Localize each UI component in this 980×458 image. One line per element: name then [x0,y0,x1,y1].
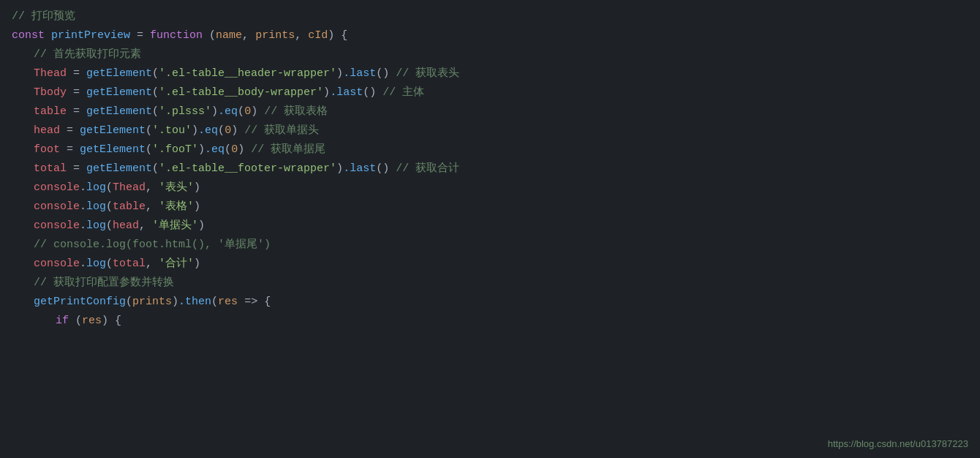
punct-p2: ( [152,84,159,102]
line-10: console.log(Thead, '表头') [0,179,980,198]
punct-p3: ( [152,103,159,121]
method-eq: .eq [218,103,238,121]
line-4: Thead = getElement('.el-table__header-wr… [0,64,980,83]
punct-eq-end: ) [251,103,264,121]
str-biaotou: '表头' [159,179,194,197]
line-7: head = getElement('.tou').eq(0) // 获取单据头 [0,121,980,140]
line-5: Tbody = getElement('.el-table__body-wrap… [0,83,980,102]
punct-dot4: . [80,255,86,273]
punct-eq: = [130,27,150,45]
punct4: = [60,122,80,140]
punct-arrow: => { [238,293,271,311]
arg-thead: Thead [113,179,146,197]
punct-cp2: ) [323,84,330,102]
line-8: foot = getElement('.fooT').eq(0) // 获取单据… [0,140,980,159]
log-2: log [86,198,106,216]
punct-cp: ) [336,65,343,83]
punct-dot1: . [80,179,86,197]
arg-head: head [113,217,139,235]
punct-close-paren: ) { [328,27,347,45]
param-prints2: prints [132,293,172,311]
num-0: 0 [244,103,251,121]
line-14: console.log(total, '合计') [0,255,980,274]
punct-paren: ( [209,27,216,45]
punct-p5: ( [146,141,152,159]
punct-p6: ( [152,160,159,178]
comment-gettotal: // 获取合计 [396,160,459,178]
comment-gethead2: // 获取单据头 [244,122,319,140]
punct-p: ( [152,65,159,83]
punct-cp3: ) [211,103,218,121]
punct-if: ( [75,312,82,330]
line-2: const printPreview = function (name, pri… [0,26,980,45]
punct-log1-comma: , [146,179,159,197]
punct-log3-end: ) [198,217,205,235]
punct-dot2: . [80,198,86,216]
selector-thead: '.el-table__header-wrapper' [159,65,336,83]
arg-table: table [113,198,146,216]
num-0b: 0 [225,122,231,140]
keyword-if: if [56,312,75,330]
log-3: log [86,217,106,235]
punct-gpc: ( [126,293,132,311]
param-res2: res [82,312,102,330]
param-cid: cId [308,27,328,45]
fn-getelement6: getElement [86,160,152,178]
comment-gethead: // 获取表头 [396,65,459,83]
line-1: // 打印预览 [0,7,980,26]
console-2: console [34,198,80,216]
fn-name: printPreview [51,27,130,45]
keyword-const: const [12,27,51,45]
punct-gpc-end: ) [172,293,178,311]
selector-tou: '.tou' [152,122,192,140]
comment-get-config: // 获取打印配置参数并转换 [34,274,174,292]
var-head: head [34,122,60,140]
str-biaoge: '表格' [159,198,194,216]
comment-console-foot: // console.log(foot.html(), '单据尾') [34,236,271,254]
line-13: // console.log(foot.html(), '单据尾') [0,236,980,255]
punct-eq2-end: ) [231,122,244,140]
fn-getelement: getElement [86,65,152,83]
punct-log2-end: ) [194,198,200,216]
param-prints: prints [255,27,295,45]
punct-log3-comma: , [139,217,152,235]
log-1: log [86,179,106,197]
line-6: table = getElement('.plsss').eq(0) // 获取… [0,102,980,121]
var-table: table [34,103,67,121]
arg-total: total [113,255,146,273]
method-last3: .last [343,160,376,178]
punct-log2: ( [106,198,113,216]
comment-print-preview: // 打印预览 [12,8,75,26]
method-eq2: .eq [198,122,218,140]
comment-getfoot: // 获取单据尾 [251,141,325,159]
punct-log4-comma: , [146,255,159,273]
punct-eq2-call: ( [218,122,225,140]
punct-cp4: ) [192,122,198,140]
punct-eq3-end: ) [238,141,251,159]
punct-log2-comma: , [146,198,159,216]
fn-getelement5: getElement [80,141,146,159]
var-foot: foot [34,141,60,159]
method-last2: .last [330,84,363,102]
param-res: res [218,293,238,311]
str-heji: '合计' [159,255,194,273]
var-thead: Thead [34,65,67,83]
fn-getprintconfig: getPrintConfig [34,293,126,311]
punct-comma1: , [242,27,255,45]
line-9: total = getElement('.el-table__footer-wr… [0,159,980,179]
punct-cp5: ) [198,141,205,159]
keyword-function: function [150,27,209,45]
var-total: total [34,160,67,178]
log-4: log [86,255,106,273]
punct: = [67,65,86,83]
punct-eq-call: ( [238,103,244,121]
comment-gettable: // 获取表格 [264,103,328,121]
punct3: = [67,103,86,121]
fn-getelement4: getElement [80,122,146,140]
punct-last3-call: () [376,160,396,178]
selector-footer: '.el-table__footer-wrapper' [159,160,336,178]
method-last: .last [343,65,376,83]
selector-foot: '.fooT' [152,141,198,159]
punct-eq3-call: ( [225,141,231,159]
fn-getelement3: getElement [86,103,152,121]
